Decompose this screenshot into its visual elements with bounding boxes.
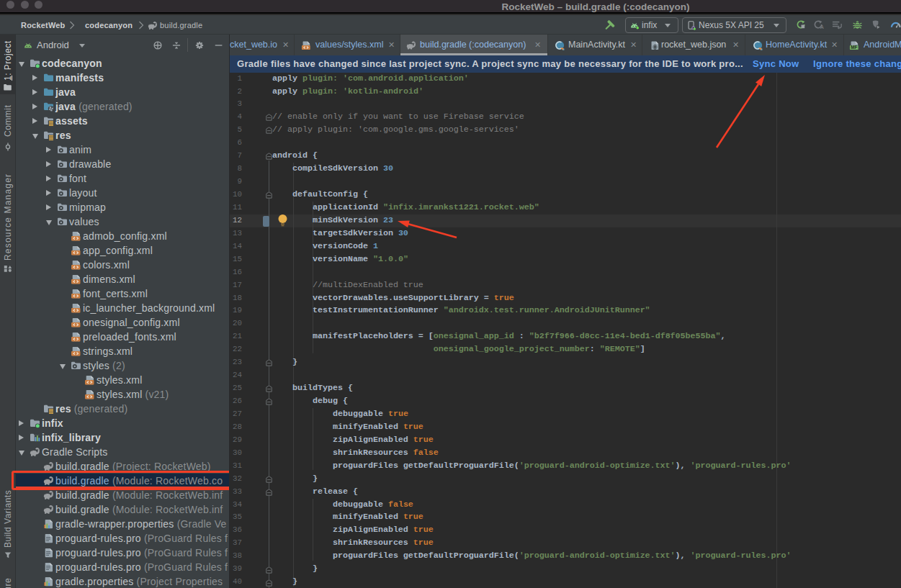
svg-text:MF: MF: [851, 45, 857, 50]
svg-text:A: A: [820, 24, 824, 30]
